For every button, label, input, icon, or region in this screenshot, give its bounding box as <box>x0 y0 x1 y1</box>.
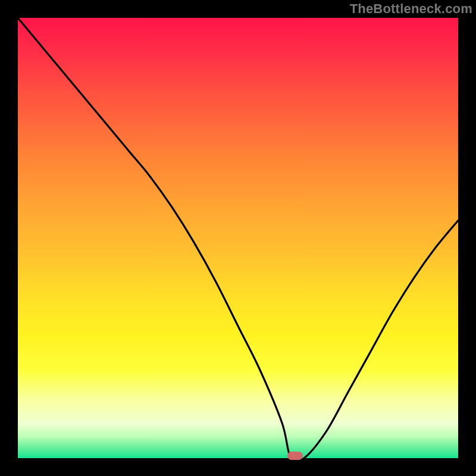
watermark-text: TheBottleneck.com <box>350 1 472 17</box>
line-series <box>18 18 458 458</box>
bottleneck-curve <box>18 18 458 458</box>
chart-container: TheBottleneck.com <box>0 0 476 476</box>
optimum-marker <box>287 452 303 460</box>
